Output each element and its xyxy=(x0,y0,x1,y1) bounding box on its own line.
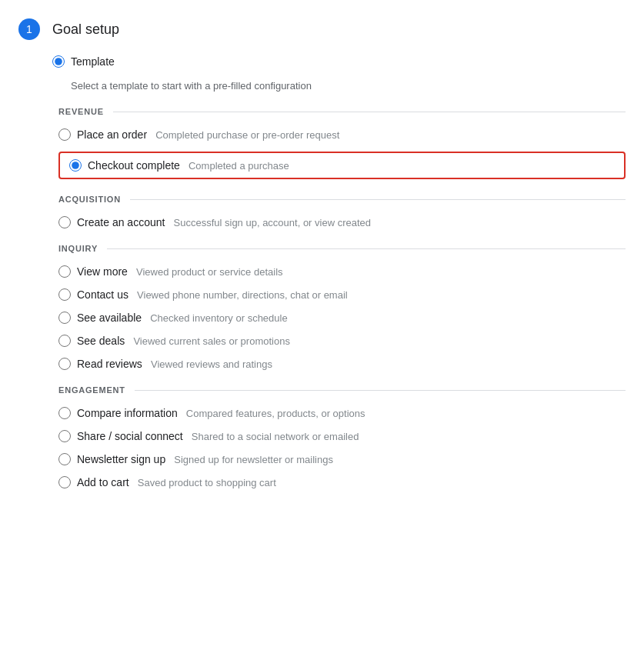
create-account-desc: Successful sign up, account, or view cre… xyxy=(168,217,371,228)
view-more-item[interactable]: View more Viewed product or service deta… xyxy=(58,265,626,278)
template-radio[interactable] xyxy=(52,55,65,68)
read-reviews-label[interactable]: Read reviews Viewed reviews and ratings xyxy=(77,358,272,370)
acquisition-divider xyxy=(130,199,626,200)
compare-info-item[interactable]: Compare information Compared features, p… xyxy=(58,407,626,419)
see-deals-label[interactable]: See deals Viewed current sales or promot… xyxy=(77,335,290,347)
add-to-cart-item[interactable]: Add to cart Saved product to shopping ca… xyxy=(58,476,626,488)
compare-info-radio[interactable] xyxy=(58,407,71,419)
see-available-label[interactable]: See available Checked inventory or sched… xyxy=(77,312,288,324)
see-deals-name: See deals xyxy=(77,335,125,347)
add-to-cart-label[interactable]: Add to cart Saved product to shopping ca… xyxy=(77,476,276,488)
contact-us-name: Contact us xyxy=(77,288,128,301)
checkout-complete-desc: Completed a purchase xyxy=(183,160,289,172)
see-available-name: See available xyxy=(77,312,142,324)
place-order-desc: Completed purchase or pre-order request xyxy=(150,129,339,141)
create-account-item[interactable]: Create an account Successful sign up, ac… xyxy=(58,216,626,228)
newsletter-radio[interactable] xyxy=(58,453,71,465)
newsletter-name: Newsletter sign up xyxy=(77,453,165,465)
create-account-name: Create an account xyxy=(77,216,165,228)
read-reviews-radio[interactable] xyxy=(58,358,71,370)
newsletter-desc: Signed up for newsletter or mailings xyxy=(169,454,333,465)
add-to-cart-radio[interactable] xyxy=(58,476,71,488)
checkout-complete-item[interactable]: Checkout complete Completed a purchase xyxy=(58,152,626,179)
contact-us-label[interactable]: Contact us Viewed phone number, directio… xyxy=(77,288,348,301)
template-option[interactable]: Template xyxy=(52,55,626,68)
view-more-label[interactable]: View more Viewed product or service deta… xyxy=(77,265,283,278)
checkout-complete-label[interactable]: Checkout complete Completed a purchase xyxy=(88,159,289,172)
revenue-label: REVENUE xyxy=(58,107,104,116)
contact-us-radio[interactable] xyxy=(58,288,71,301)
compare-info-name: Compare information xyxy=(77,407,178,419)
see-available-radio[interactable] xyxy=(58,312,71,324)
share-social-radio[interactable] xyxy=(58,430,71,442)
engagement-section-header: ENGAGEMENT xyxy=(58,385,626,395)
see-deals-item[interactable]: See deals Viewed current sales or promot… xyxy=(58,335,626,347)
inquiry-label: INQUIRY xyxy=(58,244,98,253)
contact-us-item[interactable]: Contact us Viewed phone number, directio… xyxy=(58,288,626,301)
revenue-divider xyxy=(113,112,626,112)
inquiry-section-header: INQUIRY xyxy=(58,244,626,253)
newsletter-item[interactable]: Newsletter sign up Signed up for newslet… xyxy=(58,453,626,465)
step-number: 1 xyxy=(18,18,40,40)
step-content: Template Select a template to start with… xyxy=(52,55,626,488)
acquisition-section-header: ACQUISITION xyxy=(58,195,626,204)
step-title: Goal setup xyxy=(52,22,119,38)
contact-us-desc: Viewed phone number, directions, chat or… xyxy=(132,289,348,301)
share-social-label[interactable]: Share / social connect Shared to a socia… xyxy=(77,430,359,442)
view-more-radio[interactable] xyxy=(58,265,71,278)
share-social-item[interactable]: Share / social connect Shared to a socia… xyxy=(58,430,626,442)
see-available-item[interactable]: See available Checked inventory or sched… xyxy=(58,312,626,324)
create-account-radio[interactable] xyxy=(58,216,71,228)
see-available-desc: Checked inventory or schedule xyxy=(145,312,288,324)
template-description: Select a template to start with a pre-fi… xyxy=(71,80,626,92)
checkout-complete-radio[interactable] xyxy=(69,159,82,172)
engagement-divider xyxy=(135,390,626,391)
step-header: 1 Goal setup xyxy=(18,18,626,40)
goals-sections: REVENUE Place an order Completed purchas… xyxy=(58,107,626,488)
share-social-name: Share / social connect xyxy=(77,430,183,442)
view-more-name: View more xyxy=(77,265,128,278)
place-order-label[interactable]: Place an order Completed purchase or pre… xyxy=(77,128,339,141)
add-to-cart-name: Add to cart xyxy=(77,476,129,488)
see-deals-desc: Viewed current sales or promotions xyxy=(128,335,290,347)
template-label[interactable]: Template xyxy=(71,55,115,68)
view-more-desc: Viewed product or service details xyxy=(131,266,283,278)
checkout-complete-name: Checkout complete xyxy=(88,159,180,172)
place-order-radio[interactable] xyxy=(58,128,71,141)
read-reviews-item[interactable]: Read reviews Viewed reviews and ratings xyxy=(58,358,626,370)
place-order-name: Place an order xyxy=(77,128,147,141)
revenue-section-header: REVENUE xyxy=(58,107,626,116)
read-reviews-desc: Viewed reviews and ratings xyxy=(145,358,272,370)
inquiry-divider xyxy=(107,248,626,249)
compare-info-label[interactable]: Compare information Compared features, p… xyxy=(77,407,365,419)
see-deals-radio[interactable] xyxy=(58,335,71,347)
acquisition-label: ACQUISITION xyxy=(58,195,121,204)
newsletter-label[interactable]: Newsletter sign up Signed up for newslet… xyxy=(77,453,333,465)
engagement-label: ENGAGEMENT xyxy=(58,385,125,395)
place-order-item[interactable]: Place an order Completed purchase or pre… xyxy=(58,128,626,141)
add-to-cart-desc: Saved product to shopping cart xyxy=(132,477,276,488)
create-account-label[interactable]: Create an account Successful sign up, ac… xyxy=(77,216,371,228)
read-reviews-name: Read reviews xyxy=(77,358,142,370)
compare-info-desc: Compared features, products, or options xyxy=(181,408,365,419)
share-social-desc: Shared to a social network or emailed xyxy=(186,431,359,442)
goal-setup-section: 1 Goal setup Template Select a template … xyxy=(18,18,626,488)
